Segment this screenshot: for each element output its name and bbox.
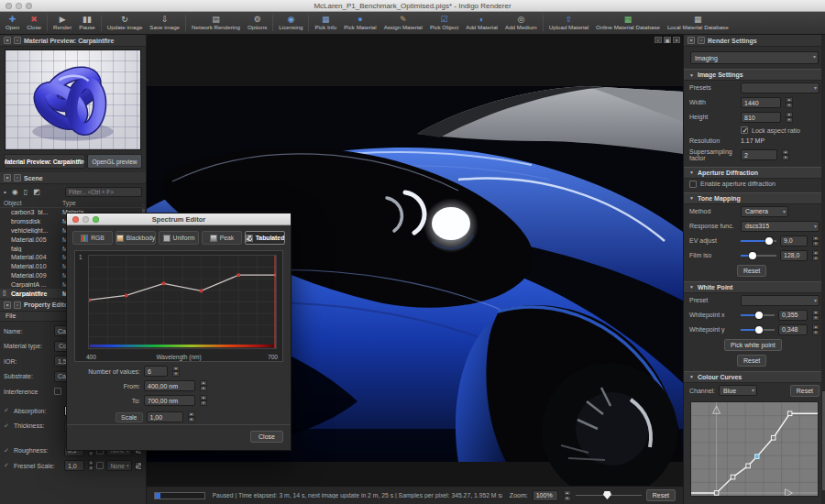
width-stepper[interactable]: ▴▾ bbox=[786, 97, 793, 108]
supersampling-stepper[interactable]: ▴▾ bbox=[782, 149, 789, 160]
toolbar-button[interactable]: ⇧ Upload Material bbox=[545, 12, 592, 34]
zoom-slider-handle[interactable] bbox=[603, 491, 611, 499]
interference-checkbox[interactable] bbox=[54, 388, 61, 395]
to-stepper[interactable]: ▴▾ bbox=[200, 395, 207, 406]
toolbar-button[interactable]: ▦ Online Material Database bbox=[592, 12, 664, 34]
zoom-traffic-light[interactable] bbox=[26, 3, 32, 9]
height-stepper[interactable]: ▴▾ bbox=[786, 112, 793, 123]
ev-adjust-field[interactable]: 9,0 bbox=[780, 236, 808, 247]
section-aperture-diffraction[interactable]: ▼Aperture Diffraction bbox=[684, 167, 825, 179]
toolbar-button[interactable]: ⚙ Options bbox=[244, 12, 270, 34]
whitepoint-x-field[interactable]: 0,355 bbox=[778, 310, 808, 321]
collapse-arrow-icon[interactable]: ▼ bbox=[689, 284, 694, 290]
dock-icon[interactable]: ▫ bbox=[654, 37, 662, 43]
presets-select[interactable] bbox=[741, 82, 820, 93]
minimize-traffic-light[interactable] bbox=[16, 3, 22, 9]
collapse-arrow-icon[interactable]: ▼ bbox=[689, 374, 694, 379]
spectrum-tab[interactable]: Blackbody bbox=[116, 231, 156, 245]
response-func-select[interactable]: dscs315 bbox=[741, 221, 820, 232]
from-stepper[interactable]: ▴▾ bbox=[200, 380, 207, 391]
colour-curve-graph[interactable] bbox=[690, 401, 819, 497]
whitepoint-y-stepper[interactable]: ▴▾ bbox=[812, 324, 820, 335]
toolbar-button[interactable]: ✖ Close bbox=[23, 12, 45, 34]
number-of-values-stepper[interactable]: ▴▾ bbox=[172, 366, 180, 377]
fresnel-stepper[interactable]: ▴▾ bbox=[88, 460, 94, 471]
scale-field[interactable]: 1,00 bbox=[147, 411, 183, 422]
zoom-value-field[interactable]: 100% bbox=[533, 490, 558, 501]
scene-toolbar-icon[interactable]: • bbox=[4, 188, 6, 196]
dialog-zoom-traffic-light[interactable] bbox=[93, 216, 99, 223]
film-iso-slider[interactable] bbox=[741, 251, 776, 260]
tab-material-preview[interactable]: Material Preview: Carpaintfire bbox=[4, 154, 85, 169]
toolbar-button[interactable]: ⇩ Save image bbox=[146, 12, 183, 34]
whitepoint-preset-select[interactable] bbox=[741, 295, 820, 306]
tone-mapping-reset-button[interactable]: Reset bbox=[737, 265, 766, 277]
panel-close-icon[interactable]: × bbox=[688, 37, 695, 44]
width-field[interactable]: 1440 bbox=[741, 97, 781, 108]
supersampling-field[interactable]: 2 bbox=[741, 149, 777, 160]
spectrum-tab[interactable]: Peak bbox=[202, 231, 242, 245]
whitepoint-y-slider[interactable] bbox=[741, 325, 775, 334]
texture-picker-icon[interactable] bbox=[135, 462, 142, 470]
film-iso-stepper[interactable]: ▴▾ bbox=[812, 250, 820, 261]
settings-mode-select[interactable]: Imaging bbox=[690, 51, 819, 64]
whitepoint-y-field[interactable]: 0,348 bbox=[778, 324, 808, 335]
panel-float-icon[interactable]: ▫ bbox=[698, 37, 705, 44]
spectrum-tab[interactable]: Uniform bbox=[159, 231, 199, 245]
to-field[interactable]: 700,00 nm bbox=[144, 395, 195, 406]
height-field[interactable]: 810 bbox=[741, 112, 781, 123]
panel-float-icon[interactable]: ▫ bbox=[14, 174, 21, 181]
column-type[interactable]: Type bbox=[62, 200, 142, 206]
lock-aspect-ratio-checkbox[interactable] bbox=[741, 126, 748, 134]
scene-toolbar-icon[interactable]: ▯ bbox=[24, 188, 28, 196]
colour-curves-reset-button[interactable]: Reset bbox=[790, 385, 820, 397]
scene-toolbar-icon[interactable]: ◩ bbox=[33, 188, 40, 196]
tab-opengl-preview[interactable]: OpenGL preview bbox=[87, 154, 142, 169]
enable-aperture-diffraction-checkbox[interactable] bbox=[689, 181, 697, 188]
toolbar-button[interactable]: ▶ Render bbox=[50, 12, 75, 34]
panel-close-icon[interactable]: × bbox=[4, 174, 11, 181]
scale-stepper[interactable]: ▴▾ bbox=[188, 411, 195, 422]
toolbar-button[interactable]: ● Pick Material bbox=[340, 12, 380, 34]
spectrum-tab[interactable]: RGB bbox=[72, 231, 113, 245]
toolbar-button[interactable]: ▦ Pick Info bbox=[311, 12, 340, 34]
toolbar-button[interactable]: ✚ Open bbox=[2, 12, 23, 34]
dock-icon[interactable]: ▣ bbox=[664, 37, 671, 43]
close-traffic-light[interactable] bbox=[6, 3, 12, 9]
white-point-reset-button[interactable]: Reset bbox=[737, 355, 766, 367]
whitepoint-y-handle[interactable] bbox=[755, 326, 763, 334]
toolbar-button[interactable]: ↻ Update image bbox=[104, 12, 147, 34]
toolbar-button[interactable]: ◐ Add Material bbox=[462, 12, 501, 34]
film-iso-field[interactable]: 128,0 bbox=[780, 250, 808, 261]
toolbar-button[interactable]: ◉ Licensing bbox=[275, 12, 306, 34]
column-object[interactable]: Object bbox=[4, 200, 62, 206]
section-white-point[interactable]: ▼White Point bbox=[684, 281, 825, 293]
dock-icon[interactable]: × bbox=[673, 37, 680, 43]
ev-adjust-slider[interactable] bbox=[741, 236, 776, 246]
right-panel-scrollbar[interactable] bbox=[821, 35, 825, 504]
toolbar-button[interactable]: ✎ Assign Material bbox=[380, 12, 426, 34]
film-iso-slider-handle[interactable] bbox=[749, 252, 756, 259]
zoom-reset-button[interactable]: Reset bbox=[646, 489, 676, 501]
ev-slider-handle[interactable] bbox=[765, 237, 773, 245]
whitepoint-x-handle[interactable] bbox=[755, 312, 763, 319]
toolbar-button[interactable]: ▤ Network Rendering bbox=[188, 12, 244, 34]
ev-stepper[interactable]: ▴▾ bbox=[812, 236, 820, 247]
fresnel-map-select[interactable]: None▾ bbox=[106, 460, 132, 471]
whitepoint-x-slider[interactable] bbox=[741, 311, 775, 320]
channel-select[interactable]: Blue bbox=[719, 385, 757, 396]
panel-close-icon[interactable]: × bbox=[4, 301, 11, 309]
panel-float-icon[interactable]: ▫ bbox=[14, 301, 21, 309]
menu-file[interactable]: File bbox=[6, 312, 16, 319]
zoom-stepper[interactable]: ▴▾ bbox=[564, 490, 571, 501]
fresnel-map-checkbox[interactable] bbox=[96, 462, 104, 469]
panel-close-icon[interactable]: × bbox=[4, 37, 11, 44]
spectrum-editor-titlebar[interactable]: Spectrum Editor bbox=[67, 214, 291, 225]
section-tone-mapping[interactable]: ▼Tone Mapping bbox=[684, 192, 825, 204]
collapse-arrow-icon[interactable]: ▼ bbox=[689, 170, 694, 175]
spectrum-editor-dialog[interactable]: Spectrum Editor RGB Blackbody Uniform Pe… bbox=[66, 213, 292, 451]
section-colour-curves[interactable]: ▼Colour Curves bbox=[684, 371, 825, 383]
collapse-arrow-icon[interactable]: ▼ bbox=[689, 72, 694, 78]
from-field[interactable]: 400,00 nm bbox=[144, 380, 195, 391]
spectrum-tab[interactable]: Tabulated bbox=[245, 231, 285, 245]
